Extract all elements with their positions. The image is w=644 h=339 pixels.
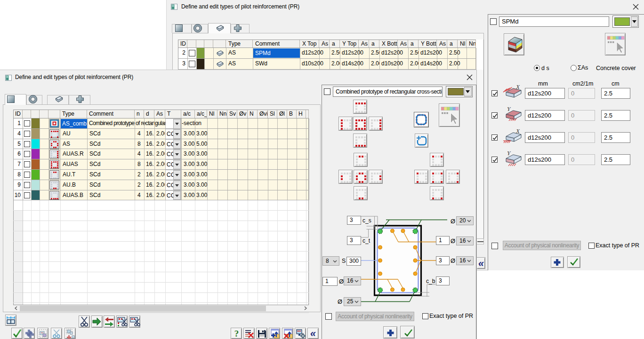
svg-text:X: X (515, 128, 520, 134)
svg-text:Y: Y (507, 150, 511, 157)
svg-text:Y: Y (507, 106, 511, 112)
svg-text:X: X (515, 84, 520, 90)
